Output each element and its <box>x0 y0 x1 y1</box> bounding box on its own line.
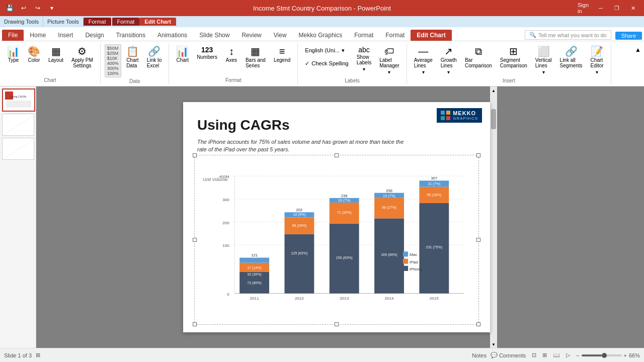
zoom-thumb[interactable] <box>602 353 607 358</box>
avg-lines-button[interactable]: — AverageLines ▾ <box>411 44 436 77</box>
language-dropdown[interactable]: English (Uni... ▾ <box>302 44 351 56</box>
bars-series-button[interactable]: ▦ Bars andSeries <box>243 44 269 70</box>
tab-format1[interactable]: Format <box>348 30 379 41</box>
window-controls: Sign in ─ ❐ ✕ <box>578 3 640 13</box>
slide-title[interactable]: Using CAGRs <box>197 117 290 133</box>
scroll-thumb[interactable] <box>491 109 496 129</box>
slide-sorter-button[interactable]: ⊞ <box>540 351 549 359</box>
show-labels-button[interactable]: abc ShowLabels ▾ <box>354 44 374 74</box>
tab-slideshow[interactable]: Slide Show <box>193 30 235 41</box>
link-all-segments-button[interactable]: 🔗 Link allSegments <box>557 44 586 70</box>
tab-format2[interactable]: Format <box>379 30 411 41</box>
growth-lines-icon: ↗ <box>444 46 453 56</box>
label-manager-dropdown[interactable]: ▾ <box>388 69 390 75</box>
apply-pm-button[interactable]: ⚙ Apply PMSettings <box>68 44 96 70</box>
status-bar-right: Notes 💬 Comments ⊡ ⊞ 📖 ▷ − + 66% <box>472 351 640 359</box>
bar-comparison-button[interactable]: ⧉ BarComparison <box>462 44 495 70</box>
redo-button[interactable]: ↪ <box>32 3 43 14</box>
slide-thumbnail-1[interactable]: Using CAGRs <box>2 88 35 112</box>
xlabel-2011: 2011 <box>250 296 260 301</box>
vertical-lines-dropdown[interactable]: ▾ <box>542 69 545 75</box>
handle-bm[interactable] <box>335 322 339 326</box>
scroll-up-button[interactable]: ▲ <box>491 87 497 94</box>
color-button[interactable]: 🎨 Color <box>25 44 43 65</box>
fit-icon[interactable]: ⊞ <box>36 352 40 358</box>
tab-insert[interactable]: Insert <box>52 30 79 41</box>
slide-thumb-container-1: 1 Using CAGRs <box>2 88 34 112</box>
restore-button[interactable]: ❐ <box>610 3 624 13</box>
axes-button[interactable]: ↕ Axes <box>222 44 240 65</box>
customize-qat-button[interactable]: ▾ <box>46 3 57 14</box>
handle-tm[interactable] <box>335 153 339 157</box>
tab-format-picture[interactable]: Format <box>112 18 140 26</box>
growth-lines-button[interactable]: ↗ GrowthLines ▾ <box>438 44 460 77</box>
chart-container[interactable]: Unit Volume 400M 300 200 100 0 <box>194 155 479 325</box>
slideshow-button[interactable]: ▷ <box>564 351 572 359</box>
share-button[interactable]: Share <box>615 32 642 40</box>
slide-subtitle[interactable]: The iPhone accounts for 75% of sales vol… <box>197 138 409 154</box>
tab-view[interactable]: View <box>268 30 293 41</box>
tab-animations[interactable]: Animations <box>151 30 193 41</box>
format-group-content: 📊 Chart 123 Numbers ↕ Axes ▦ Bars andSer… <box>173 44 293 76</box>
segment-comparison-button[interactable]: ⊞ SegmentComparison <box>497 44 530 70</box>
slide[interactable]: MEKKO GRAPHICS Using CAGRs The iPhone ac… <box>183 102 490 332</box>
show-labels-label: ShowLabels <box>357 54 371 65</box>
numbers-button[interactable]: 123 Numbers <box>194 44 220 62</box>
handle-tl[interactable] <box>193 153 197 157</box>
reading-view-button[interactable]: 📖 <box>551 351 562 359</box>
save-button[interactable]: 💾 <box>4 3 15 14</box>
tab-home[interactable]: Home <box>24 30 52 41</box>
zoom-in-button[interactable]: + <box>624 352 627 358</box>
comments-button[interactable]: 💬 Comments <box>491 352 526 358</box>
handle-mr[interactable] <box>476 238 480 242</box>
avg-lines-dropdown[interactable]: ▾ <box>422 69 425 75</box>
zoom-control[interactable]: − + 66% <box>576 352 640 358</box>
bar-comparison-icon: ⧉ <box>475 46 482 56</box>
vertical-scrollbar[interactable]: ▲ ▼ <box>490 86 497 348</box>
label-manager-icon: 🏷 <box>384 46 394 56</box>
check-spelling-button[interactable]: ✓ Check Spelling <box>302 57 351 69</box>
slide-thumbnail-2[interactable] <box>2 114 34 136</box>
tab-review[interactable]: Review <box>235 30 267 41</box>
tab-mekko[interactable]: Mekko Graphics <box>293 30 349 41</box>
handle-bl[interactable] <box>193 322 197 326</box>
link-excel-button[interactable]: 🔗 Link toExcel <box>144 44 165 70</box>
layout-button[interactable]: ▦ Layout <box>45 44 66 65</box>
label-manager-button[interactable]: 🏷 LabelManager ▾ <box>376 44 402 77</box>
handle-tr[interactable] <box>476 153 480 157</box>
notes-button[interactable]: Notes <box>472 352 487 358</box>
show-labels-dropdown[interactable]: ▾ <box>363 66 365 72</box>
tab-design[interactable]: Design <box>79 30 110 41</box>
handle-br[interactable] <box>476 322 480 326</box>
link-all-segments-icon: 🔗 <box>565 46 578 56</box>
axes-icon: ↕ <box>229 46 234 56</box>
tab-transitions[interactable]: Transitions <box>110 30 151 41</box>
search-box[interactable]: 🔍 Tell me what you want to do <box>525 30 611 40</box>
link-excel-icon: 🔗 <box>148 46 160 56</box>
chart-editor-dropdown[interactable]: ▾ <box>596 69 598 75</box>
legend-button[interactable]: ≡ Legend <box>271 44 293 65</box>
undo-button[interactable]: ↩ <box>18 3 29 14</box>
handle-ml[interactable] <box>193 238 197 242</box>
sign-in-button[interactable]: Sign in <box>578 3 592 13</box>
chart-data-button[interactable]: 📋 ChartData <box>123 44 142 70</box>
growth-lines-dropdown[interactable]: ▾ <box>447 69 450 75</box>
type-button[interactable]: 📊 Type <box>4 44 23 65</box>
close-button[interactable]: ✕ <box>626 3 640 13</box>
tab-edit-chart[interactable]: Edit Chart <box>139 18 176 26</box>
scroll-down-button[interactable]: ▼ <box>491 341 497 348</box>
chart-editor-button[interactable]: 📝 ChartEditor ▾ <box>588 44 607 77</box>
label-2015-mac: 21 (7%) <box>428 182 440 186</box>
normal-view-button[interactable]: ⊡ <box>530 351 538 359</box>
chart-format-button[interactable]: 📊 Chart <box>173 44 192 65</box>
minimize-button[interactable]: ─ <box>594 3 608 13</box>
zoom-out-button[interactable]: − <box>576 352 579 358</box>
slide-thumbnail-3[interactable] <box>2 138 34 160</box>
scroll-down-icon[interactable]: ▼ <box>491 341 497 348</box>
tab-file[interactable]: File <box>2 30 24 41</box>
tab-edit-chart[interactable]: Edit Chart <box>411 30 451 41</box>
zoom-track[interactable] <box>582 354 622 356</box>
ribbon-collapse-button[interactable]: ▲ <box>632 45 644 54</box>
vertical-lines-button[interactable]: ⬜ VerticalLines ▾ <box>532 44 555 77</box>
tab-format-drawing[interactable]: Format <box>84 18 111 26</box>
